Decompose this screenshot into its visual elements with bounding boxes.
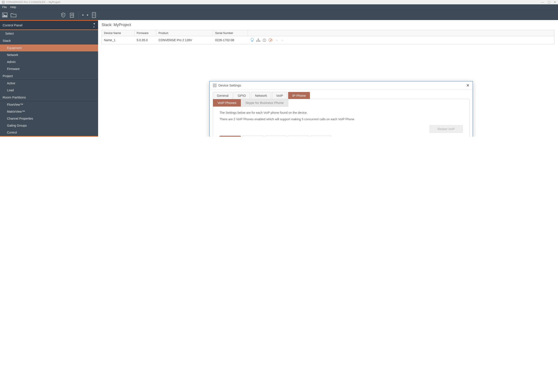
network-icon[interactable]	[256, 38, 261, 42]
svg-rect-15	[258, 41, 259, 42]
maximize-icon[interactable]: ▢	[548, 0, 550, 4]
device-table: Device Name Firmware Product Serial Numb…	[102, 30, 555, 44]
sidebar-header[interactable]: Control Panel ▼▲	[0, 21, 98, 30]
sidebar-item-matrixview[interactable]: MatrixView™	[0, 108, 98, 115]
svg-rect-16	[259, 41, 260, 42]
toolbar-arrows-icon[interactable]	[82, 12, 89, 18]
sidebar-stack-title[interactable]: Stack	[0, 37, 98, 44]
cell-product: CONVERGE Pro 2 128V	[156, 37, 213, 44]
phone-tab-2[interactable]: Phone 2	[242, 136, 263, 137]
col-serial[interactable]: Serial Number	[213, 30, 248, 36]
col-product[interactable]: Product	[156, 30, 213, 36]
sidebar-item-active[interactable]: Active	[0, 80, 98, 87]
svg-rect-14	[256, 41, 257, 42]
svg-point-7	[93, 15, 93, 15]
dialog-titlebar[interactable]: Device Settings ✕	[210, 81, 472, 89]
arrow-right-icon[interactable]: →	[274, 38, 279, 42]
svg-point-10	[93, 16, 93, 16]
sidebar-item-gating[interactable]: Gating Groups	[0, 122, 98, 129]
svg-point-1	[3, 14, 4, 15]
col-device-name[interactable]: Device Name	[102, 30, 134, 36]
sub-tabset: VoIP Phones Skype for Business Phone	[213, 99, 469, 106]
sidebar-item-admin[interactable]: Admin	[0, 58, 98, 65]
toolbar-refresh-icon[interactable]	[69, 12, 75, 18]
svg-rect-2	[70, 13, 74, 17]
table-row[interactable]: Name_1 5.0.35.0 CONVERGE Pro 2 128V 0226…	[102, 36, 554, 44]
cell-name: Name_1	[102, 37, 134, 44]
sidebar-item-load[interactable]: Load	[0, 87, 98, 94]
close-icon[interactable]: ✕	[466, 83, 470, 88]
sidebar-select[interactable]: Select	[0, 30, 98, 37]
col-firmware[interactable]: Firmware	[134, 30, 156, 36]
sidebar-item-equipment[interactable]: Equipment	[0, 44, 98, 52]
menu-file[interactable]: File	[2, 5, 7, 9]
toolbar-divider	[78, 12, 79, 18]
subtab-skype[interactable]: Skype for Business Phone	[241, 99, 288, 106]
main-tabset: General GPIO Network VoIP IP-Phone	[213, 92, 470, 99]
minimize-icon[interactable]: —	[541, 0, 544, 4]
toolbar-shield-icon[interactable]	[60, 12, 67, 18]
stack-title: Stack: MyProject	[98, 20, 558, 30]
sidebar-item-firmware[interactable]: Firmware	[0, 65, 98, 72]
sidebar-item-control[interactable]: Control	[0, 129, 98, 136]
sidebar-item-flowview[interactable]: FlowView™	[0, 101, 98, 108]
sidebar-project-title[interactable]: Project	[0, 72, 98, 79]
sidebar-room-title[interactable]: Room Partitions	[0, 94, 98, 101]
phone-tab-5[interactable]: Phone 5	[310, 136, 331, 137]
description-2: There are 2 VoIP Phones enabled which wi…	[219, 117, 463, 121]
sidebar-header-label: Control Panel	[3, 23, 22, 27]
arrow-left-icon[interactable]: ←	[280, 38, 285, 42]
phone-tab-1[interactable]: Phone 1	[219, 136, 241, 137]
phone-tab-4[interactable]: Phone 4	[288, 136, 309, 137]
app-logo-icon	[2, 1, 5, 4]
svg-point-8	[94, 15, 94, 15]
svg-point-5	[94, 14, 94, 14]
tab-general[interactable]: General	[213, 92, 233, 99]
description-1: The Settings below are for each VoIP pho…	[219, 111, 463, 114]
toolbar-device-icon[interactable]	[90, 12, 97, 18]
cell-serial: 0226-1702-08	[213, 37, 248, 44]
dialog-title-text: Device Settings	[218, 83, 241, 87]
tab-network[interactable]: Network	[251, 92, 271, 99]
title-bar: CONVERGE® Pro 2 CONSOLE® -- MyProject — …	[0, 0, 558, 4]
toolbar-folder-icon[interactable]	[10, 12, 17, 18]
svg-point-6	[95, 14, 95, 14]
toolbar-image-icon[interactable]	[1, 12, 8, 18]
close-window-icon[interactable]: ✕	[554, 0, 556, 4]
window-title: CONVERGE® Pro 2 CONSOLE® -- MyProject	[6, 0, 60, 4]
svg-point-4	[93, 14, 93, 14]
sidebar: Control Panel ▼▲ Select Stack Equipment …	[0, 20, 98, 137]
sidebar-item-channel-props[interactable]: Channel Properties	[0, 115, 98, 122]
svg-point-12	[95, 16, 95, 16]
restart-voip-button[interactable]: Restart VoIP	[429, 125, 463, 133]
device-settings-dialog: Device Settings ✕ General GPIO Network V…	[209, 81, 473, 137]
dialog-logo-icon	[213, 83, 217, 87]
phone-tabset: Phone 1 Phone 2 Phone 3 Phone 4 Phone 5	[219, 136, 463, 137]
menu-bar: File Help	[0, 4, 558, 9]
phone-tab-3[interactable]: Phone 3	[265, 136, 286, 137]
print-icon[interactable]	[262, 38, 267, 42]
tab-voip[interactable]: VoIP	[272, 92, 287, 99]
svg-point-9	[95, 15, 95, 15]
svg-point-11	[94, 16, 94, 16]
sidebar-item-network[interactable]: Network	[0, 52, 98, 58]
main-panel: Stack: MyProject Device Name Firmware Pr…	[98, 20, 558, 137]
tab-ip-phone[interactable]: IP-Phone	[288, 92, 310, 99]
svg-rect-13	[258, 39, 259, 39]
menu-help[interactable]: Help	[10, 5, 16, 9]
cell-firmware: 5.0.35.0	[134, 37, 156, 44]
subtab-voip-phones[interactable]: VoIP Phones	[213, 99, 241, 106]
toolbar	[0, 9, 558, 20]
tab-gpio[interactable]: GPIO	[234, 92, 250, 99]
collapse-icon[interactable]: ▼▲	[93, 22, 96, 28]
bulb-icon[interactable]	[250, 38, 254, 42]
wrench-icon[interactable]	[268, 38, 273, 42]
